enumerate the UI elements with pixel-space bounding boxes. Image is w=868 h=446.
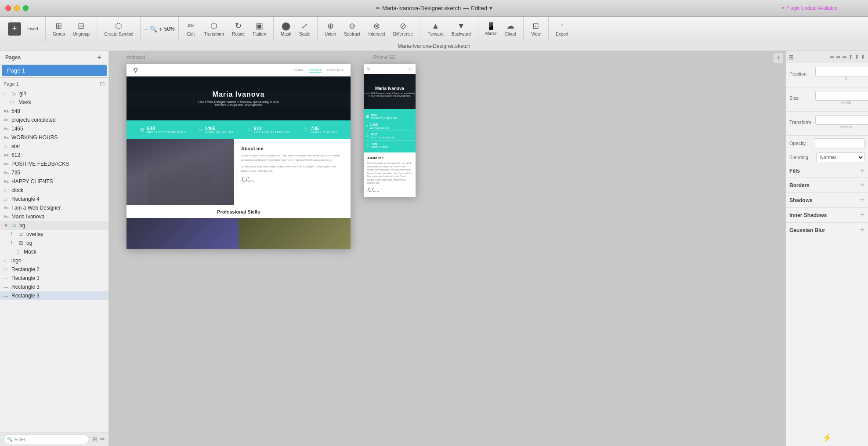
layer-item-rect3-2[interactable]: — Rectangle 3: [0, 283, 108, 291]
toolbar-group-insert: + Insert: [4, 17, 46, 41]
text-icon: Aa: [4, 118, 10, 122]
layer-item-rect3-3[interactable]: — Rectangle 3: [0, 291, 108, 300]
doc-titlebar: Maria-Ivanova-Designer.sketch: [0, 41, 868, 51]
view-button[interactable]: ⊡ View: [527, 19, 545, 38]
layer-item-rect4[interactable]: □ Rectangle 4: [0, 195, 108, 203]
minimize-button[interactable]: [14, 5, 20, 11]
pencil-icon[interactable]: ✏: [100, 436, 105, 442]
ungroup-button[interactable]: ⊟ Ungroup: [69, 19, 93, 38]
scale-button[interactable]: ⤢ Scale: [296, 19, 314, 38]
sidebar-footer: 🔍 ⊞ ✏: [0, 432, 108, 446]
zoom-plus-icon[interactable]: +: [159, 25, 163, 33]
layer-item-1465[interactable]: Aa 1465: [0, 124, 108, 133]
artboard-main[interactable]: ▽ HOME ABOUT CONTACT Maria Ivanova I am …: [127, 64, 351, 249]
scale-icon: ⤢: [301, 21, 308, 31]
grid-view-icon[interactable]: ⊞: [93, 436, 98, 442]
create-symbol-button[interactable]: ⬡ Create Symbol: [101, 19, 137, 38]
nav-home[interactable]: HOME: [293, 68, 304, 73]
union-button[interactable]: ⊕ Union: [321, 19, 340, 38]
filter-input[interactable]: [4, 435, 89, 444]
align-middle-icon[interactable]: ⬍: [854, 54, 859, 60]
width-input[interactable]: [815, 91, 868, 101]
rotate-button[interactable]: ↻ Rotate: [228, 19, 248, 38]
layer-item-rect3-1[interactable]: — Rectangle 3: [0, 274, 108, 283]
edit-button[interactable]: ✏ Edit: [182, 19, 200, 38]
text-icon: Aa: [4, 127, 10, 131]
panel-tab-icon-1[interactable]: ⊞: [788, 54, 794, 61]
add-page-button[interactable]: +: [95, 54, 103, 62]
layer-item-mask2[interactable]: □ Mask: [0, 247, 108, 256]
layer-item-612[interactable]: Aa 612: [0, 151, 108, 160]
layer-item-overlay[interactable]: f 🗂 overlay: [0, 230, 108, 239]
layer-item-maria[interactable]: Aa Maria Ivanova: [0, 212, 108, 221]
borders-add-button[interactable]: +: [860, 181, 864, 190]
flatten-button[interactable]: ▣ Flatten: [249, 19, 270, 38]
layer-item-bg-folder[interactable]: ▼ 🗂 bg: [0, 221, 108, 230]
person-silhouette: [148, 152, 213, 205]
maximize-button[interactable]: [23, 5, 29, 11]
canvas[interactable]: + Artboard ▽ HOME ABOUT CONTACT Maria Iv…: [109, 51, 785, 446]
layers-collapse-icon[interactable]: ⊡: [100, 80, 105, 87]
layer-item-clock[interactable]: ○ clock: [0, 186, 108, 195]
nav-about[interactable]: ABOUT: [309, 68, 322, 73]
subtract-button[interactable]: ⊖ Subtract: [340, 19, 364, 38]
artboard-iphone[interactable]: ▽ ≡ Maria Ivanova I am a Web Designer ba…: [364, 64, 416, 197]
layer-item-rect2[interactable]: □ Rectangle 2: [0, 265, 108, 274]
lightning-icon[interactable]: ⚡: [822, 433, 832, 442]
insert-button[interactable]: +: [8, 22, 21, 36]
layer-item-girl[interactable]: f 🗂 girl: [0, 89, 108, 98]
difference-button[interactable]: ⊘ Difference: [390, 19, 416, 38]
portfolio-nav: ▽ HOME ABOUT CONTACT: [127, 64, 351, 76]
blending-label: Blending: [789, 155, 814, 160]
iphone-menu-icon[interactable]: ≡: [409, 65, 412, 73]
plugin-update-badge[interactable]: ✦ Plugin Update Available: [781, 5, 837, 11]
canvas-add-button[interactable]: +: [774, 53, 783, 63]
blending-dropdown[interactable]: Normal: [816, 152, 864, 162]
align-right-icon[interactable]: ➡: [842, 54, 847, 60]
layer-item-mask1[interactable]: □ Mask: [0, 98, 108, 107]
export-button[interactable]: ↑ Export: [552, 20, 572, 38]
close-button[interactable]: [5, 5, 11, 11]
gaussian-add-button[interactable]: +: [860, 225, 864, 235]
page-item-1[interactable]: Page 1: [2, 65, 107, 76]
intersect-button[interactable]: ⊗ Intersect: [365, 19, 388, 38]
group-button[interactable]: ⊞ Group: [49, 19, 69, 38]
artboard-label: Artboard: [127, 54, 145, 60]
zoom-minus-icon[interactable]: −: [144, 25, 148, 33]
transform-button[interactable]: ⬡ Transform: [201, 19, 228, 38]
layer-item-logo[interactable]: ○ logo: [0, 256, 108, 265]
inner-shadows-title: Inner Shadows: [789, 212, 827, 218]
nav-contact[interactable]: CONTACT: [327, 68, 344, 73]
x-input[interactable]: [815, 67, 868, 76]
align-bottom-icon[interactable]: ⬇: [861, 54, 865, 60]
layer-item-735[interactable]: Aa 735: [0, 168, 108, 177]
align-top-icon[interactable]: ⬆: [848, 54, 853, 60]
opacity-input[interactable]: [814, 138, 864, 148]
fills-add-button[interactable]: +: [860, 167, 864, 175]
layer-item-positive[interactable]: Aa POSITIVE FEEDBACKS: [0, 160, 108, 168]
title-chevron: ▾: [489, 5, 492, 11]
mirror-button[interactable]: 📱 Mirror: [482, 20, 500, 38]
layer-item-bg-child[interactable]: f 🖼 bg: [0, 239, 108, 247]
cloud-button[interactable]: ☁ Cloud: [501, 19, 520, 38]
forward-button[interactable]: ▲ Forward: [424, 20, 447, 38]
layer-item-548[interactable]: Aa 548: [0, 107, 108, 116]
about-text-section: About me Given let waters air sea had yo…: [234, 139, 351, 205]
align-center-icon[interactable]: ⬌: [836, 54, 841, 60]
filter-wrap: 🔍: [4, 435, 89, 444]
layer-item-happy[interactable]: Aa HAPPY CLIENTS: [0, 177, 108, 186]
shadows-add-button[interactable]: +: [860, 196, 864, 205]
insert-label-btn[interactable]: Insert: [24, 25, 42, 33]
symbol-icon: ⬡: [115, 21, 122, 31]
layer-item-working-hours[interactable]: Aa WORKING HOURS: [0, 133, 108, 142]
mask-button[interactable]: ⬤ Mask: [277, 19, 295, 38]
rotate-input[interactable]: [815, 115, 868, 125]
backward-button[interactable]: ▼ Backward: [448, 20, 474, 38]
align-left-icon[interactable]: ⬅: [830, 54, 835, 60]
inner-shadows-add-button[interactable]: +: [860, 210, 864, 220]
folder-icon: 🗂: [11, 91, 18, 96]
layer-item-star[interactable]: ☆ star: [0, 142, 108, 151]
layer-item-webdesigner[interactable]: Aa I am a Web Designer: [0, 203, 108, 212]
folder-icon: 🗂: [18, 232, 25, 237]
layer-item-projects[interactable]: Aa projects completed: [0, 116, 108, 124]
